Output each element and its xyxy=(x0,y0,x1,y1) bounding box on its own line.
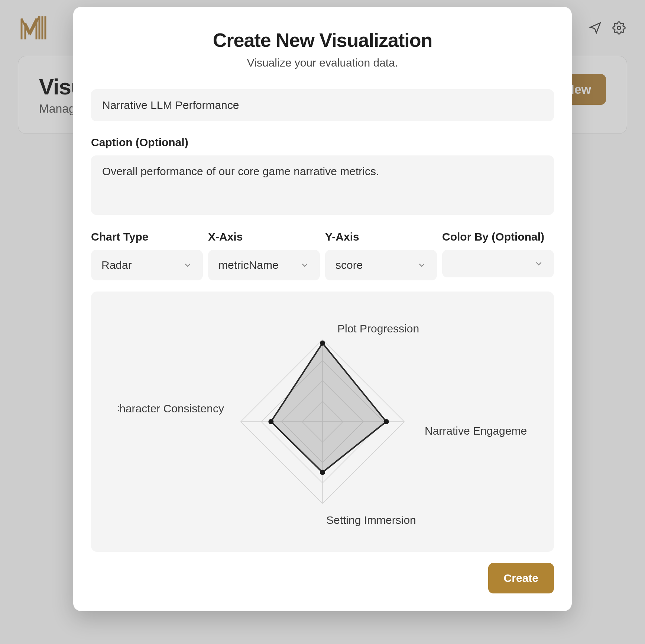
y-axis-select[interactable]: score xyxy=(325,250,437,280)
chevron-down-icon xyxy=(183,260,192,270)
chart-type-label: Chart Type xyxy=(91,231,203,243)
svg-text:Setting Immersion: Setting Immersion xyxy=(326,514,416,526)
svg-text:Narrative Engagement: Narrative Engagement xyxy=(425,425,527,437)
x-axis-label: X-Axis xyxy=(208,231,320,243)
color-by-select[interactable] xyxy=(442,250,554,277)
chart-type-select[interactable]: Radar xyxy=(91,250,203,280)
chevron-down-icon xyxy=(417,260,427,270)
caption-label: Caption (Optional) xyxy=(91,136,554,149)
create-button[interactable]: Create xyxy=(488,563,554,593)
radar-chart: Plot ProgressionNarrative EngagementSett… xyxy=(118,306,527,537)
svg-point-8 xyxy=(268,419,273,424)
chart-type-value: Radar xyxy=(101,259,132,271)
modal-title: Create New Visualization xyxy=(91,29,554,51)
chart-preview: Plot ProgressionNarrative EngagementSett… xyxy=(91,292,554,552)
svg-point-5 xyxy=(320,341,325,346)
chevron-down-icon xyxy=(300,260,309,270)
create-visualization-modal: Create New Visualization Visualize your … xyxy=(73,7,572,611)
y-axis-value: score xyxy=(336,259,363,271)
svg-text:Plot Progression: Plot Progression xyxy=(337,322,419,335)
chevron-down-icon xyxy=(534,259,544,268)
svg-point-7 xyxy=(320,470,325,475)
x-axis-select[interactable]: metricName xyxy=(208,250,320,280)
svg-point-6 xyxy=(384,419,389,424)
x-axis-value: metricName xyxy=(218,259,279,271)
visualization-name-input[interactable] xyxy=(91,89,554,121)
y-axis-label: Y-Axis xyxy=(325,231,437,243)
svg-text:Character Consistency: Character Consistency xyxy=(118,402,224,415)
caption-textarea[interactable]: Overall performance of our core game nar… xyxy=(91,155,554,215)
color-by-label: Color By (Optional) xyxy=(442,231,554,243)
modal-subtitle: Visualize your evaluation data. xyxy=(91,57,554,69)
